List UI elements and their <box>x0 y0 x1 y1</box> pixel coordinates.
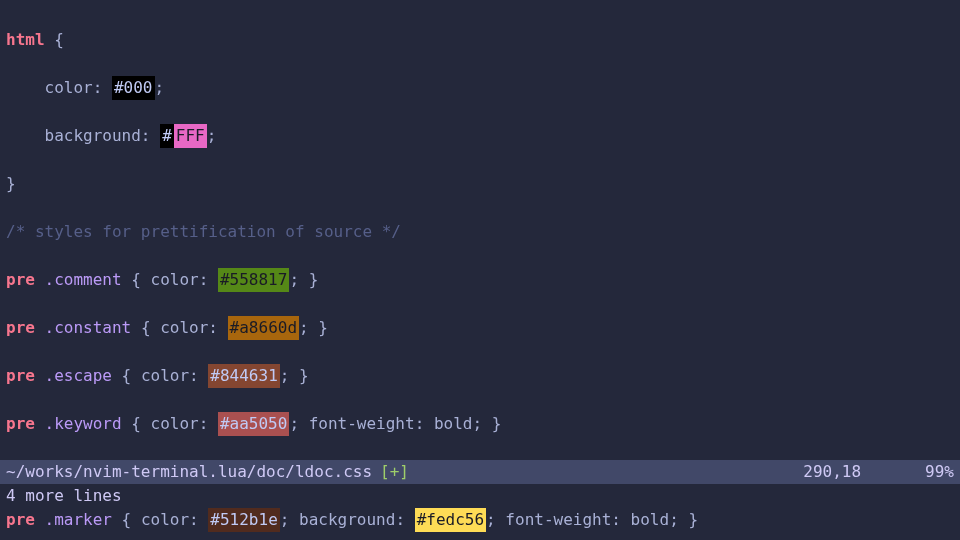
code-line: html { <box>6 28 954 52</box>
css-comment: /* styles for prettification of source *… <box>6 222 401 241</box>
message-text: 4 more lines <box>6 486 122 505</box>
status-filename: ~/works/nvim-terminal.lua/doc/ldoc.css <box>6 460 372 484</box>
message-line: 4 more lines <box>0 484 960 508</box>
selector-html: html <box>6 30 45 49</box>
code-line: pre .comment { color: #558817; } <box>6 268 954 292</box>
status-bar: ~/works/nvim-terminal.lua/doc/ldoc.css [… <box>0 460 960 484</box>
status-percent: 99% <box>925 460 954 484</box>
code-line: /* styles for prettification of source *… <box>6 220 954 244</box>
color-chip-white: FFF <box>174 124 207 148</box>
color-chip: #fedc56 <box>415 508 486 532</box>
code-line: } <box>6 172 954 196</box>
color-chip: #512b1e <box>208 508 279 532</box>
code-line: pre .marker { color: #512b1e; background… <box>6 508 954 532</box>
code-editor[interactable]: html { color: #000; background: #FFF; } … <box>0 0 960 540</box>
status-modified-flag: [+] <box>380 460 409 484</box>
code-line: color: #000; <box>6 76 954 100</box>
code-line: pre .constant { color: #a8660d; } <box>6 316 954 340</box>
status-position: 290,18 <box>803 460 861 484</box>
code-line: pre .escape { color: #844631; } <box>6 364 954 388</box>
color-chip: #a8660d <box>228 316 299 340</box>
code-line: pre .keyword { color: #aa5050; font-weig… <box>6 412 954 436</box>
color-chip: #844631 <box>208 364 279 388</box>
code-line: background: #FFF; <box>6 124 954 148</box>
color-chip: #aa5050 <box>218 412 289 436</box>
color-chip: #558817 <box>218 268 289 292</box>
hash-prefix: # <box>160 124 174 148</box>
color-chip-black: #000 <box>112 76 155 100</box>
